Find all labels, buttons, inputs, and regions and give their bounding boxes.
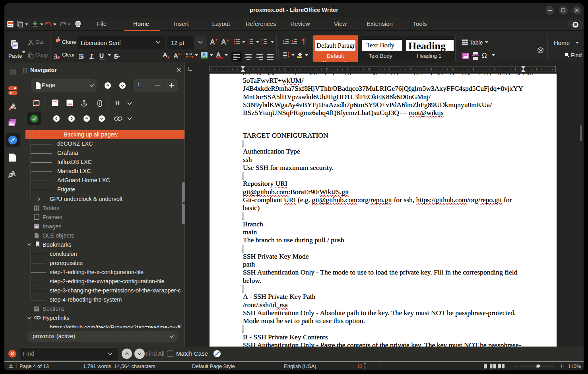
svg-text:A: A (217, 52, 221, 58)
svg-text:U: U (99, 53, 104, 59)
svg-text:II: II (261, 39, 263, 41)
svg-text:1: 1 (247, 39, 249, 41)
svg-text:2: 2 (247, 43, 249, 45)
svg-text:A: A (174, 52, 178, 58)
svg-text:B·D: B·D (186, 52, 192, 56)
svg-text:I: I (262, 43, 263, 45)
svg-text:A: A (163, 52, 167, 58)
svg-text:A: A (54, 53, 58, 59)
svg-text:B: B (79, 53, 83, 60)
svg-text:A: A (202, 52, 206, 58)
svg-text:B: B (167, 56, 170, 58)
svg-text:A: A (221, 39, 226, 45)
svg-text:B: B (178, 52, 180, 56)
svg-text:A: A (210, 39, 215, 45)
